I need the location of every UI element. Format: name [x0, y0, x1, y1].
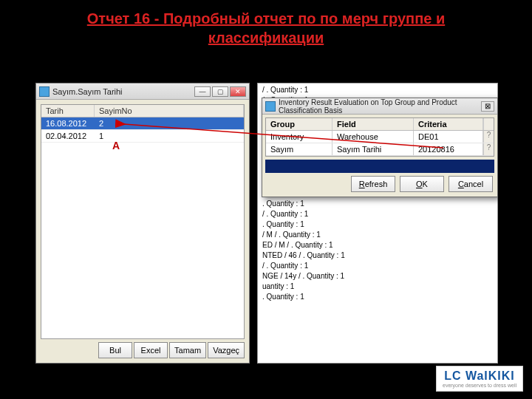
result-line: / . Quantity : 1 [261, 209, 496, 219]
window-title: Sayım.Sayım Tarihi [52, 87, 194, 96]
result-line: / M / . Quantity : 1 [261, 230, 496, 240]
col-sayimno[interactable]: SayimNo [95, 105, 244, 117]
criteria-dialog: Inventory Result Evaluation on Top Group… [262, 98, 498, 197]
col-group[interactable]: Group [266, 118, 332, 130]
date-grid[interactable]: Tarih SayimNo 16.08.2012 2 02.04.2012 1 … [41, 104, 245, 339]
ok-button[interactable]: OK [400, 176, 444, 192]
dialog-close-button[interactable]: ⊠ [481, 101, 494, 112]
minimize-button[interactable]: — [194, 86, 211, 97]
slide-title: Отчет 16 - Подробный отчет по по мерч гр… [0, 0, 532, 50]
refresh-button[interactable]: Refresh [351, 176, 395, 192]
cell-no: 2 [95, 117, 244, 129]
col-criteria[interactable]: Criteria [414, 118, 483, 130]
vazgec-button[interactable]: Vazgeç [208, 342, 245, 358]
result-line: / . Quantity : 1 [261, 261, 496, 271]
dialog-spacer [265, 160, 494, 173]
cell-tarih: 02.04.2012 [41, 130, 95, 142]
col-action [483, 118, 494, 130]
result-line: ED / M / . Quantity : 1 [261, 240, 496, 250]
result-line: uantity : 1 [261, 282, 496, 292]
criteria-grid: Group Field Criteria Inventory Warehouse… [265, 117, 494, 157]
result-line: . Quantity : 1 [261, 219, 496, 230]
tamam-button[interactable]: Tamam [169, 342, 206, 358]
logo-tagline: everyone deserves to dress well [443, 383, 516, 388]
cell-tarih: 16.08.2012 [41, 117, 95, 129]
result-line: NGE / 14y / . Quantity : 1 [261, 271, 496, 282]
cell-group: Inventory [266, 131, 332, 143]
cell-criteria[interactable]: DE01 [414, 131, 483, 143]
logo-text: LC WaIKIKI [444, 369, 515, 383]
row-picker-icon[interactable]: ? [483, 143, 494, 155]
annotation-a: A [112, 140, 120, 151]
titlebar[interactable]: Sayım.Sayım Tarihi — ▢ ✕ [36, 83, 249, 100]
maximize-button[interactable]: ▢ [212, 86, 228, 97]
result-line: . Quantity : 1 [261, 292, 496, 302]
excel-button[interactable]: Excel [134, 342, 168, 358]
bul-button[interactable]: Bul [98, 342, 132, 358]
dialog-title: Inventory Result Evaluation on Top Group… [279, 98, 481, 115]
result-line: / . Quantity : 1 [261, 85, 496, 95]
col-tarih[interactable]: Tarih [41, 105, 95, 117]
date-picker-window: Sayım.Sayım Tarihi — ▢ ✕ Tarih SayimNo 1… [35, 83, 250, 364]
table-row[interactable]: 16.08.2012 2 [41, 117, 244, 130]
cell-field: Warehouse [332, 131, 414, 143]
dialog-icon [265, 101, 276, 112]
result-line: . Quantity : 1 [261, 199, 496, 209]
result-line: NTED / 46 / . Quantity : 1 [261, 250, 496, 261]
col-field[interactable]: Field [332, 118, 414, 130]
cell-criteria[interactable]: 20120816 [414, 143, 483, 155]
dialog-titlebar[interactable]: Inventory Result Evaluation on Top Group… [262, 98, 497, 115]
criteria-row[interactable]: Sayım Sayım Tarihi 20120816 ? [266, 143, 494, 156]
cell-field: Sayım Tarihi [332, 143, 414, 155]
criteria-row[interactable]: Inventory Warehouse DE01 ? [266, 131, 494, 143]
cell-group: Sayım [266, 143, 332, 155]
close-button[interactable]: ✕ [230, 86, 246, 97]
row-picker-icon[interactable]: ? [483, 131, 494, 143]
table-row[interactable]: 02.04.2012 1 [41, 130, 244, 143]
window-icon [39, 86, 50, 97]
cancel-button[interactable]: Cancel [449, 176, 493, 192]
brand-logo: LC WaIKIKI everyone deserves to dress we… [436, 366, 523, 392]
